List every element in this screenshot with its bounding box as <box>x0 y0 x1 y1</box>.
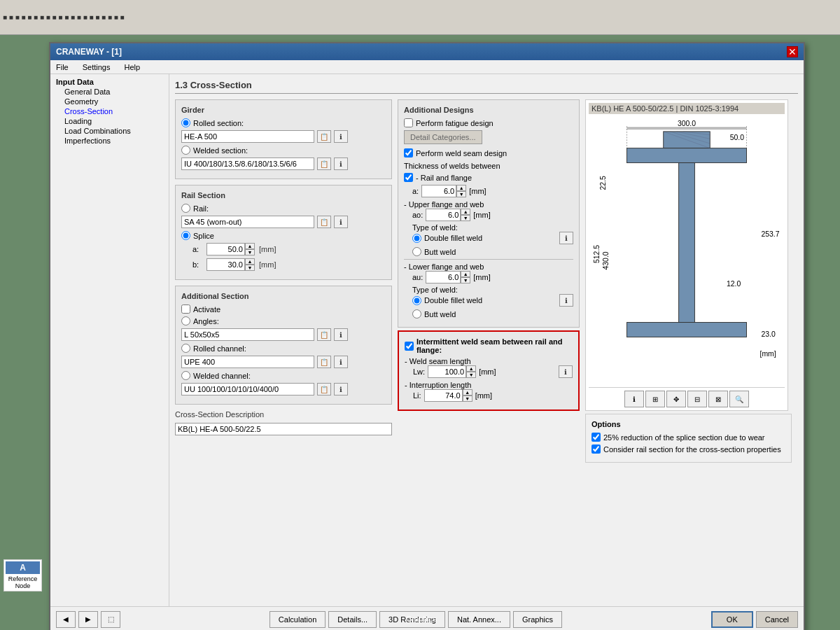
angles-input[interactable] <box>181 328 314 341</box>
lower-au-input[interactable] <box>426 271 461 284</box>
welded-channel-radio[interactable] <box>181 371 190 380</box>
toolbar-icon1-btn[interactable]: ◀ <box>56 611 76 628</box>
welded-section-info-btn[interactable]: ℹ <box>334 158 348 170</box>
lower-weld-info-btn[interactable]: ℹ <box>559 294 573 307</box>
li-down-btn[interactable]: ▼ <box>463 396 472 402</box>
splice-a-down-btn[interactable]: ▼ <box>245 249 255 255</box>
lw-info-btn[interactable]: ℹ <box>559 365 573 378</box>
angles-info-btn[interactable]: ℹ <box>334 328 348 341</box>
sidebar-item-geometry[interactable]: Geometry <box>53 97 166 106</box>
upper-a0-input[interactable] <box>426 209 461 221</box>
rail-flange-checkbox[interactable] <box>404 173 413 182</box>
nat-annex-btn[interactable]: Nat. Annex... <box>448 611 510 628</box>
opt1-checkbox[interactable] <box>592 433 601 442</box>
graphics-btn[interactable]: Graphics <box>513 611 562 628</box>
angles-browse-btn[interactable]: 📋 <box>317 328 331 341</box>
splice-radio[interactable] <box>181 231 190 240</box>
lower-au-up-btn[interactable]: ▲ <box>461 271 470 277</box>
intermittent-checkbox[interactable] <box>405 342 414 351</box>
splice-b-up-btn[interactable]: ▲ <box>245 258 255 265</box>
rail-radio[interactable] <box>181 204 190 213</box>
graphic-info-btn[interactable]: ℹ <box>624 391 644 407</box>
rail-a-down-btn[interactable]: ▼ <box>456 191 466 197</box>
toolbar: ■ ■ ■ ■ ■ ■ ■ ■ ■ ■ ■ ■ ■ ■ ■ ■ ■ ■ ■ ■ <box>0 0 840 35</box>
menu-settings[interactable]: Settings <box>80 62 113 72</box>
svg-rect-4 <box>627 323 747 337</box>
graphic-expand-btn[interactable]: ⊠ <box>708 391 728 407</box>
upper-butt-weld-radio[interactable] <box>412 247 421 256</box>
rail-browse-btn[interactable]: 📋 <box>317 216 331 228</box>
welded-section-radio[interactable] <box>181 146 190 155</box>
rail-flange-a-input[interactable] <box>421 185 456 197</box>
graphic-zoom-btn[interactable]: ⊞ <box>645 391 665 407</box>
cross-section-diagram: 300.0 50.0 22.5 253.7 512.5 <box>589 117 785 383</box>
lw-down-btn[interactable]: ▼ <box>466 372 476 378</box>
li-up-btn[interactable]: ▲ <box>463 389 472 396</box>
graphic-move-btn[interactable]: ✥ <box>666 391 686 407</box>
cross-section-desc-label: Cross-Section Description <box>175 410 392 419</box>
welded-channel-label: Welded channel: <box>193 372 251 380</box>
sidebar-item-cross-section[interactable]: Cross-Section <box>53 106 166 116</box>
rolled-section-info-btn[interactable]: ℹ <box>334 130 348 143</box>
sidebar-item-input-data[interactable]: Input Data <box>53 77 166 87</box>
rolled-channel-radio[interactable] <box>181 344 190 353</box>
sidebar-item-loading[interactable]: Loading <box>53 116 166 126</box>
welded-channel-input[interactable] <box>181 383 314 396</box>
opt2-checkbox[interactable] <box>592 444 601 454</box>
dim-23-label: 23.0 <box>761 330 776 338</box>
lower-au-down-btn[interactable]: ▼ <box>461 277 470 284</box>
detail-categories-btn[interactable]: Detail Categories... <box>404 130 482 144</box>
upper-weld-info-btn[interactable]: ℹ <box>559 232 573 244</box>
activate-checkbox[interactable] <box>181 304 190 314</box>
rolled-channel-input[interactable] <box>181 356 314 368</box>
options-panel: Options 25% reduction of the splice sect… <box>585 414 792 463</box>
rolled-channel-label: Rolled channel: <box>193 344 246 353</box>
splice-a-input[interactable] <box>206 243 245 255</box>
rail-input[interactable] <box>181 216 314 228</box>
rail-a-up-btn[interactable]: ▲ <box>456 185 466 191</box>
svg-rect-3 <box>679 163 695 323</box>
angles-radio[interactable] <box>181 316 190 326</box>
ref-node-label: Reference Node <box>6 575 40 589</box>
splice-b-input[interactable] <box>206 258 245 271</box>
calculation-btn[interactable]: Calculation <box>270 611 326 628</box>
menu-file[interactable]: File <box>53 62 71 72</box>
sidebar-item-load-combinations[interactable]: Load Combinations <box>53 126 166 136</box>
graphic-print-btn[interactable]: 🔍 <box>729 391 749 407</box>
toolbar-icon3-btn[interactable]: ⬚ <box>101 611 120 628</box>
li-input[interactable] <box>424 389 463 402</box>
sidebar-item-general-data[interactable]: General Data <box>53 87 166 97</box>
rolled-channel-info-btn[interactable]: ℹ <box>334 356 348 368</box>
sidebar-item-imperfections[interactable]: Imperfections <box>53 136 166 146</box>
rolled-section-browse-btn[interactable]: 📋 <box>317 130 331 143</box>
welded-channel-browse-btn[interactable]: 📋 <box>317 383 331 396</box>
lower-butt-weld-radio[interactable] <box>412 309 421 318</box>
welded-channel-info-btn[interactable]: ℹ <box>334 383 348 396</box>
splice-b-down-btn[interactable]: ▼ <box>245 265 255 271</box>
details-btn[interactable]: Details... <box>328 611 377 628</box>
welded-section-browse-btn[interactable]: 📋 <box>317 158 331 170</box>
rail-info-btn[interactable]: ℹ <box>334 216 348 228</box>
lw-input[interactable] <box>428 365 466 378</box>
welded-section-input[interactable] <box>181 158 314 170</box>
close-button[interactable]: ✕ <box>787 46 798 57</box>
fatigue-design-label: Perform fatigue design <box>416 119 493 127</box>
upper-double-fillet-radio[interactable] <box>412 234 421 243</box>
rolled-section-radio[interactable] <box>181 118 190 127</box>
lw-up-btn[interactable]: ▲ <box>466 365 476 372</box>
graphic-fit-btn[interactable]: ⊟ <box>687 391 707 407</box>
menu-help[interactable]: Help <box>121 62 143 72</box>
fatigue-design-checkbox[interactable] <box>404 118 413 127</box>
cancel-btn[interactable]: Cancel <box>756 611 798 628</box>
cross-section-desc-input[interactable] <box>175 423 392 435</box>
rolled-channel-browse-btn[interactable]: 📋 <box>317 356 331 368</box>
lower-double-fillet-radio[interactable] <box>412 296 421 305</box>
toolbar-icon2-btn[interactable]: ▶ <box>78 611 98 628</box>
upper-a0-up-btn[interactable]: ▲ <box>461 209 470 215</box>
welded-section-label: Welded section: <box>193 146 248 155</box>
rolled-section-input[interactable] <box>181 130 314 143</box>
splice-a-up-btn[interactable]: ▲ <box>245 243 255 249</box>
weld-design-checkbox[interactable] <box>404 148 413 158</box>
ok-btn[interactable]: OK <box>711 611 753 628</box>
upper-a0-down-btn[interactable]: ▼ <box>461 215 470 221</box>
